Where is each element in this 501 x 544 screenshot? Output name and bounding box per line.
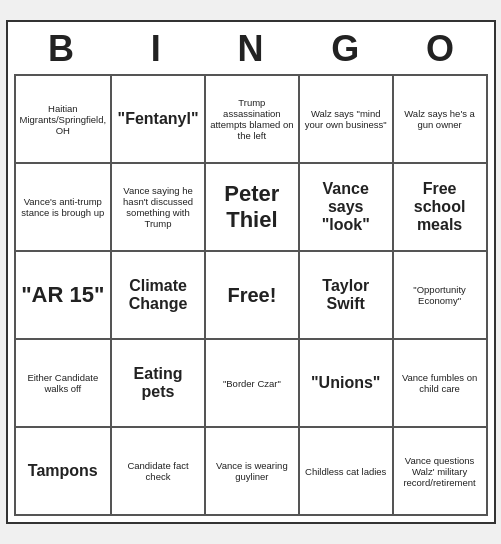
cell-5[interactable]: Vance's anti-trump stance is brough up [15,163,112,251]
letter-g: G [305,28,385,70]
bingo-grid: Haitian Migrants/Springfield, OH"Fentany… [14,74,488,516]
cell-3[interactable]: Walz says "mind your own business" [299,75,393,163]
letter-b: B [21,28,101,70]
cell-17[interactable]: "Border Czar" [205,339,299,427]
letter-o: O [400,28,480,70]
cell-2[interactable]: Trump assassination attempts blamed on t… [205,75,299,163]
cell-1[interactable]: "Fentanyl" [111,75,205,163]
cell-4[interactable]: Walz says he's a gun owner [393,75,487,163]
letter-i: I [116,28,196,70]
cell-7[interactable]: Peter Thiel [205,163,299,251]
cell-10[interactable]: "AR 15" [15,251,112,339]
cell-21[interactable]: Candidate fact check [111,427,205,515]
cell-0[interactable]: Haitian Migrants/Springfield, OH [15,75,112,163]
cell-16[interactable]: Eating pets [111,339,205,427]
cell-19[interactable]: Vance fumbles on child care [393,339,487,427]
cell-12[interactable]: Free! [205,251,299,339]
cell-23[interactable]: Childless cat ladies [299,427,393,515]
cell-8[interactable]: Vance says "look" [299,163,393,251]
cell-22[interactable]: Vance is wearing guyliner [205,427,299,515]
bingo-card: B I N G O Haitian Migrants/Springfield, … [6,20,496,524]
cell-6[interactable]: Vance saying he hasn't discussed somethi… [111,163,205,251]
cell-20[interactable]: Tampons [15,427,112,515]
bingo-header: B I N G O [14,28,488,70]
cell-11[interactable]: Climate Change [111,251,205,339]
cell-24[interactable]: Vance questions Walz' military record/re… [393,427,487,515]
cell-14[interactable]: "Opportunity Economy" [393,251,487,339]
cell-18[interactable]: "Unions" [299,339,393,427]
letter-n: N [210,28,290,70]
cell-9[interactable]: Free school meals [393,163,487,251]
cell-13[interactable]: Taylor Swift [299,251,393,339]
cell-15[interactable]: Either Candidate walks off [15,339,112,427]
